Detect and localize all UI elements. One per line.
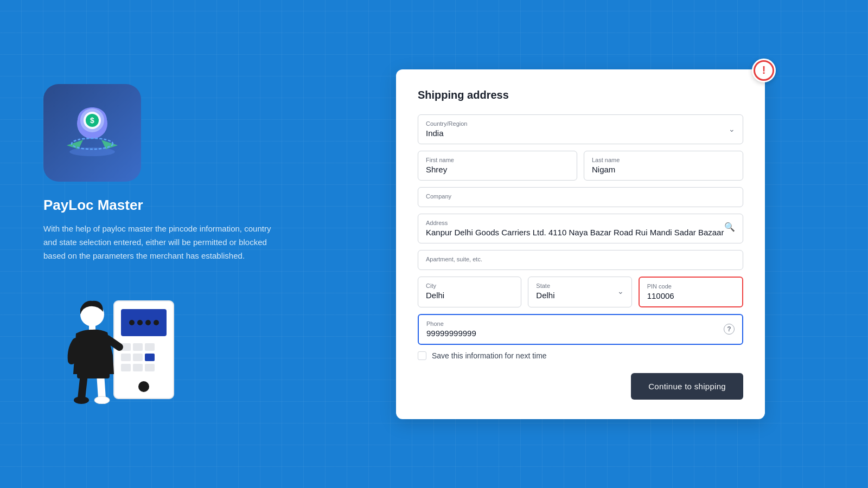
svg-point-10 [137, 320, 143, 325]
svg-rect-15 [145, 343, 155, 351]
alert-icon-wrapper: ! [752, 59, 776, 82]
svg-point-12 [154, 320, 159, 325]
address-value: Kanpur Delhi Goods Carriers Ltd. 4110 Na… [426, 228, 724, 237]
left-panel: $ PayLoc Master With the help of payloc … [0, 52, 315, 436]
phone-label: Phone [426, 320, 476, 327]
name-row: First name Shrey Last name Nigam [418, 151, 743, 181]
phone-value: 99999999999 [426, 329, 476, 338]
svg-text:$: $ [90, 116, 94, 125]
svg-rect-25 [77, 369, 110, 378]
svg-rect-20 [133, 364, 143, 371]
app-icon: $ [43, 84, 141, 182]
city-field[interactable]: City Delhi [418, 277, 521, 307]
svg-rect-19 [121, 364, 131, 371]
svg-point-27 [94, 396, 110, 404]
company-label: Company [426, 193, 735, 200]
city-label: City [426, 282, 513, 289]
continue-button[interactable]: Continue to shipping [631, 373, 743, 400]
alert-icon: ! [754, 60, 774, 81]
app-title: PayLoc Master [43, 197, 282, 214]
pin-label: PIN code [647, 283, 735, 290]
search-icon: 🔍 [724, 222, 735, 232]
chevron-down-icon: ⌄ [729, 125, 735, 133]
right-panel: ! Shipping address Country/Region India … [315, 48, 868, 441]
svg-rect-21 [145, 364, 155, 371]
company-field[interactable]: Company [418, 187, 743, 207]
last-name-field[interactable]: Last name Nigam [584, 151, 743, 181]
save-row: Save this information for next time [418, 351, 743, 360]
illustration [43, 285, 184, 404]
state-field[interactable]: State Delhi ⌄ [528, 277, 631, 307]
last-name-value: Nigam [592, 165, 615, 174]
apartment-field[interactable]: Apartment, suite, etc. [418, 250, 743, 270]
svg-rect-17 [133, 354, 143, 361]
address-label: Address [426, 220, 724, 226]
address-field[interactable]: Address Kanpur Delhi Goods Carriers Ltd.… [418, 214, 743, 243]
save-checkbox[interactable] [418, 351, 426, 360]
help-icon: ? [724, 324, 735, 335]
apartment-label: Apartment, suite, etc. [426, 256, 735, 262]
country-label: Country/Region [426, 120, 467, 127]
app-description: With the help of payloc master the pinco… [43, 222, 282, 262]
state-label: State [536, 282, 554, 289]
save-label: Save this information for next time [432, 351, 547, 360]
form-card: ! Shipping address Country/Region India … [396, 69, 765, 419]
pin-field[interactable]: PIN code 110006 [639, 277, 743, 307]
last-name-label: Last name [592, 157, 735, 163]
first-name-label: First name [426, 157, 569, 163]
svg-rect-14 [133, 343, 143, 351]
state-chevron-icon: ⌄ [617, 287, 624, 296]
first-name-field[interactable]: First name Shrey [418, 151, 577, 181]
form-footer: Continue to shipping [418, 373, 743, 400]
location-row: City Delhi State Delhi ⌄ PIN code 110006 [418, 277, 743, 307]
city-value: Delhi [426, 291, 444, 300]
state-value: Delhi [536, 291, 554, 300]
svg-point-26 [74, 396, 89, 404]
form-title: Shipping address [418, 89, 743, 101]
svg-point-11 [145, 320, 151, 325]
pin-value: 110006 [647, 291, 674, 300]
first-name-value: Shrey [426, 165, 447, 174]
svg-point-22 [138, 381, 149, 392]
country-field[interactable]: Country/Region India ⌄ [418, 114, 743, 144]
country-value: India [426, 129, 444, 138]
phone-field[interactable]: Phone 99999999999 ? [418, 314, 743, 345]
svg-point-9 [129, 320, 135, 325]
svg-rect-18 [145, 354, 155, 361]
svg-rect-16 [121, 354, 131, 361]
svg-rect-8 [121, 309, 167, 336]
